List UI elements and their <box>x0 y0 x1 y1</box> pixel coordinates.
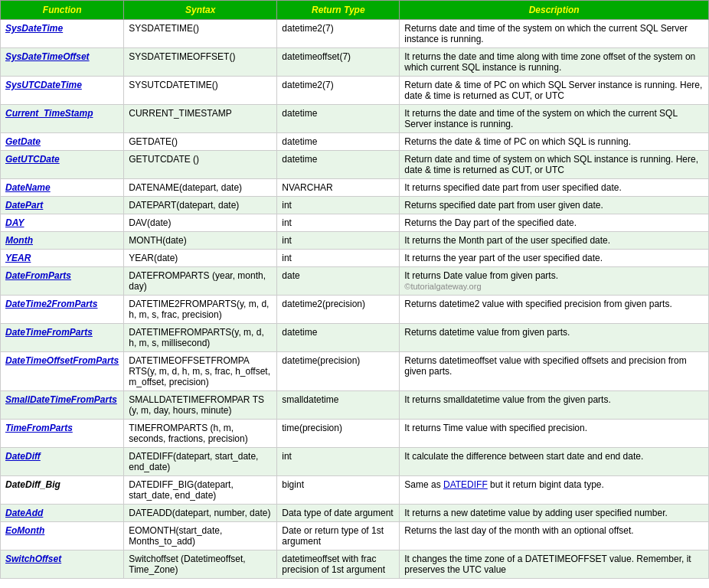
function-link[interactable]: SmallDateTimeFromParts <box>5 394 117 405</box>
function-link[interactable]: GetDate <box>5 136 41 147</box>
description-cell: It returns a new datetime value by addin… <box>400 505 709 522</box>
function-link[interactable]: SysUTCDateTime <box>5 80 82 90</box>
description-cell: Returns the last day of the month with a… <box>400 522 709 550</box>
function-cell: YEAR <box>1 250 124 267</box>
table-row: DateAddDATEADD(datepart, number, date)Da… <box>1 505 709 522</box>
description-cell: Returns datetime value from given parts. <box>400 324 709 352</box>
return-type-cell: datetimeoffset with frac precision of 1s… <box>277 550 400 579</box>
function-cell: DateDiff_Big <box>1 476 124 505</box>
function-link[interactable]: DateAdd <box>5 508 43 518</box>
function-link[interactable]: DateTimeOffsetFromParts <box>5 355 119 366</box>
table-row: DateNameDATENAME(datepart, date)NVARCHAR… <box>1 179 709 197</box>
function-link[interactable]: DAY <box>5 217 24 228</box>
return-type-cell: datetime <box>277 133 400 151</box>
table-row: DateFromPartsDATEFROMPARTS (year, month,… <box>1 267 709 296</box>
syntax-cell: DATEADD(datepart, number, date) <box>124 505 277 522</box>
syntax-cell: DATEPART(datepart, date) <box>124 197 277 214</box>
function-link[interactable]: DateDiff <box>5 451 41 462</box>
function-link[interactable]: EoMonth <box>5 525 44 536</box>
return-type-cell: datetimeoffset(7) <box>277 48 400 77</box>
function-link[interactable]: DateTimeFromParts <box>5 327 93 338</box>
function-cell: Month <box>1 232 124 250</box>
syntax-cell: Switchoffset (Datetimeoffset, Time_Zone) <box>124 550 277 579</box>
function-link[interactable]: DateName <box>5 182 51 193</box>
description-cell: It returns the date and time along with … <box>400 48 709 77</box>
syntax-cell: SYSDATETIMEOFFSET() <box>124 48 277 77</box>
function-link[interactable]: SwitchOffset <box>5 554 61 564</box>
function-link[interactable]: GetUTCDate <box>5 154 60 165</box>
syntax-cell: GETDATE() <box>124 133 277 151</box>
return-type-cell: datetime <box>277 324 400 352</box>
table-row: GetDateGETDATE()datetimeReturns the date… <box>1 133 709 151</box>
function-link[interactable]: Current_TimeStamp <box>5 108 93 119</box>
table-row: DateTime2FromPartsDATETIME2FROMPARTS(y, … <box>1 296 709 324</box>
syntax-cell: DATEDIFF_BIG(datepart, start_date, end_d… <box>124 476 277 505</box>
function-link[interactable]: SysDateTime <box>5 23 63 34</box>
return-type-cell: datetime2(precision) <box>277 296 400 324</box>
description-cell: Same as DATEDIFF but it return bigint da… <box>400 476 709 505</box>
return-type-cell: bigint <box>277 476 400 505</box>
function-cell: SmallDateTimeFromParts <box>1 391 124 420</box>
syntax-cell: GETUTCDATE () <box>124 151 277 179</box>
description-cell: Return date and time of system on which … <box>400 151 709 179</box>
syntax-cell: DATETIMEFROMPARTS(y, m, d, h, m, s, mill… <box>124 324 277 352</box>
return-type-cell: int <box>277 250 400 267</box>
description-cell: Returns datetimeoffset value with specif… <box>400 352 709 391</box>
function-link[interactable]: Month <box>5 235 33 246</box>
return-type-cell: int <box>277 197 400 214</box>
syntax-cell: TIMEFROMPARTS (h, m, seconds, fractions,… <box>124 420 277 448</box>
description-cell: It returns the Month part of the user sp… <box>400 232 709 250</box>
function-cell: Current_TimeStamp <box>1 105 124 133</box>
function-cell: DateName <box>1 179 124 197</box>
table-row: EoMonthEOMONTH(start_date, Months_to_add… <box>1 522 709 550</box>
function-cell: DAY <box>1 214 124 232</box>
function-cell: DatePart <box>1 197 124 214</box>
table-row: SysDateTimeOffsetSYSDATETIMEOFFSET()date… <box>1 48 709 77</box>
table-row: YEARYEAR(date)intIt returns the year par… <box>1 250 709 267</box>
syntax-cell: DATEDIFF(datepart, start_date, end_date) <box>124 448 277 476</box>
function-link[interactable]: DateTime2FromParts <box>5 299 98 309</box>
return-type-cell: Data type of date argument <box>277 505 400 522</box>
syntax-cell: SYSDATETIME() <box>124 20 277 48</box>
main-table: Function Syntax Return Type Description … <box>0 0 709 579</box>
function-link[interactable]: YEAR <box>5 253 31 263</box>
function-cell: SysDateTimeOffset <box>1 48 124 77</box>
description-cell: Returns datetime2 value with specified p… <box>400 296 709 324</box>
syntax-cell: SMALLDATETIMEFROMPAR TS (y, m, day, hour… <box>124 391 277 420</box>
table-row: MonthMONTH(date)intIt returns the Month … <box>1 232 709 250</box>
function-link[interactable]: DatePart <box>5 200 43 211</box>
datediff-reference-link[interactable]: DATEDIFF <box>443 479 488 490</box>
function-cell: DateTime2FromParts <box>1 296 124 324</box>
function-link[interactable]: TimeFromParts <box>5 423 73 433</box>
return-type-cell: Date or return type of 1st argument <box>277 522 400 550</box>
table-row: SwitchOffsetSwitchoffset (Datetimeoffset… <box>1 550 709 579</box>
return-type-cell: datetime2(7) <box>277 77 400 105</box>
description-cell: Return date & time of PC on which SQL Se… <box>400 77 709 105</box>
header-syntax: Syntax <box>124 1 277 20</box>
table-row: DateTimeOffsetFromPartsDATETIMEOFFSETFRO… <box>1 352 709 391</box>
function-cell: SwitchOffset <box>1 550 124 579</box>
function-cell: EoMonth <box>1 522 124 550</box>
return-type-cell: time(precision) <box>277 420 400 448</box>
syntax-cell: YEAR(date) <box>124 250 277 267</box>
syntax-cell: CURRENT_TIMESTAMP <box>124 105 277 133</box>
syntax-cell: DATETIMEOFFSETFROMPA RTS(y, m, d, h, m, … <box>124 352 277 391</box>
return-type-cell: datetime <box>277 151 400 179</box>
function-cell: GetUTCDate <box>1 151 124 179</box>
table-row: SysUTCDateTimeSYSUTCDATETIME()datetime2(… <box>1 77 709 105</box>
table-row: DAYDAV(date)intReturns the Day part of t… <box>1 214 709 232</box>
return-type-cell: smalldatetime <box>277 391 400 420</box>
table-row: Current_TimeStampCURRENT_TIMESTAMPdateti… <box>1 105 709 133</box>
return-type-cell: datetime(precision) <box>277 352 400 391</box>
return-type-cell: int <box>277 232 400 250</box>
table-row: DateDiffDATEDIFF(datepart, start_date, e… <box>1 448 709 476</box>
description-cell: It returns specified date part from user… <box>400 179 709 197</box>
description-cell: It changes the time zone of a DATETIMEOF… <box>400 550 709 579</box>
function-link[interactable]: DateFromParts <box>5 270 71 281</box>
syntax-cell: EOMONTH(start_date, Months_to_add) <box>124 522 277 550</box>
return-type-cell: NVARCHAR <box>277 179 400 197</box>
return-type-cell: int <box>277 214 400 232</box>
table-row: SysDateTimeSYSDATETIME()datetime2(7)Retu… <box>1 20 709 48</box>
function-link[interactable]: SysDateTimeOffset <box>5 51 90 62</box>
return-type-cell: datetime2(7) <box>277 20 400 48</box>
